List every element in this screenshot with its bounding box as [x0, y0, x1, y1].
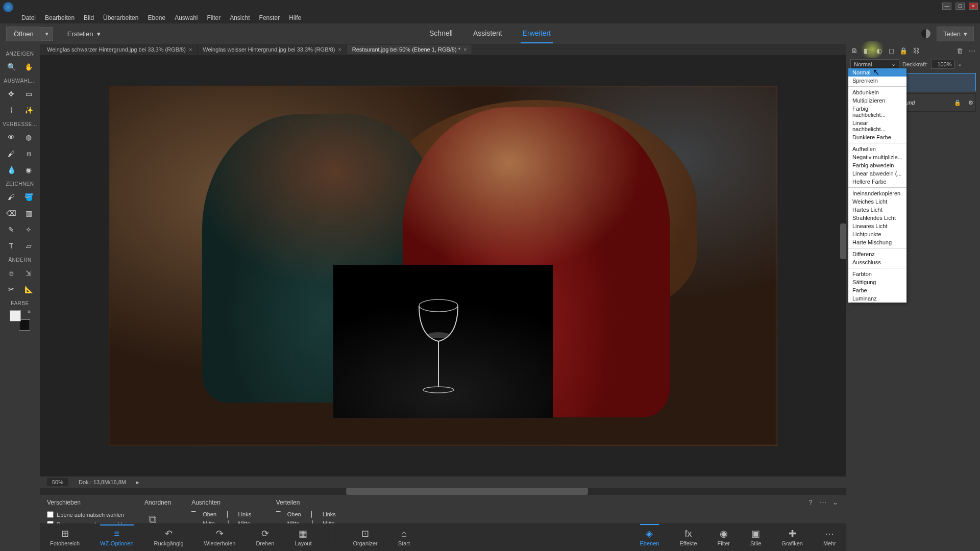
type-tool-icon[interactable]: T	[5, 240, 17, 252]
blend-option[interactable]: Weiches Licht	[848, 197, 906, 206]
blend-option[interactable]: Aufhellen	[848, 145, 906, 153]
gradient-tool-icon[interactable]: ▥	[22, 207, 35, 219]
open-button[interactable]: Öffnen	[6, 27, 41, 41]
link-layers-icon[interactable]: ⛓	[912, 46, 920, 55]
menu-fenster[interactable]: Fenster	[255, 13, 284, 22]
eraser-tool-icon[interactable]: ⌫	[5, 207, 17, 219]
blend-option[interactable]: Lineares Licht	[848, 222, 906, 230]
auto-select-checkbox[interactable]: Ebene automatisch wählen	[47, 511, 124, 518]
straighten-tool-icon[interactable]: 📐	[22, 283, 35, 295]
redeye-tool-icon[interactable]: 👁	[5, 131, 17, 143]
swap-colors-icon[interactable]: ⤭	[27, 309, 31, 314]
blend-option[interactable]: Abdunkeln	[848, 88, 906, 96]
menu-ebene[interactable]: Ebene	[143, 13, 169, 22]
foreground-color-swatch[interactable]	[10, 310, 21, 321]
lasso-tool-icon[interactable]: ⌇	[5, 104, 17, 116]
blend-option[interactable]: Sprenkeln	[848, 77, 906, 85]
zoom-value[interactable]: 50%	[47, 478, 68, 486]
menu-bild[interactable]: Bild	[80, 13, 98, 22]
blend-option[interactable]: Farbig nachbelicht...	[848, 105, 906, 119]
layer-mask-icon[interactable]: ◻	[887, 46, 895, 55]
custom-shape-tool-icon[interactable]: ▱	[22, 240, 35, 252]
opacity-chevron-icon[interactable]: ⌄	[958, 61, 962, 67]
color-swatches[interactable]: ⤭	[10, 310, 30, 331]
blend-option[interactable]: Linear nachbelicht...	[848, 119, 906, 133]
mode-assist[interactable]: Assistent	[471, 24, 504, 43]
move-tool-icon[interactable]: ✥	[5, 88, 17, 100]
blend-option[interactable]: Luminanz	[848, 294, 906, 303]
blend-option[interactable]: Ausschluss	[848, 258, 906, 266]
lock-layer-icon[interactable]: 🔒	[899, 46, 908, 55]
spot-heal-tool-icon[interactable]: ◍	[22, 131, 35, 143]
paint-bucket-tool-icon[interactable]: 🪣	[22, 191, 35, 203]
blend-option[interactable]: Strahlendes Licht	[848, 214, 906, 222]
blend-mode-dropdown[interactable]: NormalSprenkelnAbdunkelnMultiplizierenFa…	[848, 68, 906, 303]
blend-option[interactable]: Normal	[848, 68, 906, 77]
bb-drehen[interactable]: ⟳Drehen	[256, 528, 274, 546]
shape-tool-icon[interactable]: ✧	[22, 223, 35, 236]
opacity-value[interactable]: 100%	[931, 60, 954, 69]
dist-left-button[interactable]: ▏Links	[311, 511, 340, 517]
align-left-button[interactable]: ▏Links	[227, 511, 256, 517]
canvas-horizontal-scrollbar[interactable]	[40, 488, 846, 495]
options-collapse-icon[interactable]: ⌄	[831, 498, 839, 506]
adjustment-layer-icon[interactable]: ◐	[875, 46, 883, 55]
sponge-tool-icon[interactable]: ◉	[22, 164, 35, 176]
theme-toggle-icon[interactable]	[921, 29, 930, 38]
tab-close-icon[interactable]: ×	[189, 46, 192, 53]
bb-mehr[interactable]: ⋯Mehr	[823, 528, 836, 546]
bb-start[interactable]: ⌂Start	[398, 529, 410, 546]
bb-filter[interactable]: ◉Filter	[718, 528, 730, 546]
bb-ebenen[interactable]: ◈Ebenen	[640, 524, 659, 546]
create-button[interactable]: Erstellen ▾	[62, 27, 106, 41]
brush-tool-icon[interactable]: 🖌	[5, 191, 17, 203]
align-top-button[interactable]: ▔Oben	[191, 511, 217, 517]
crop-tool-icon[interactable]: ⧈	[5, 267, 17, 279]
blend-option[interactable]: Lichtpunkte	[848, 230, 906, 238]
share-button[interactable]: Teilen ▾	[937, 27, 974, 41]
marquee-tool-icon[interactable]: ▭	[22, 88, 35, 100]
blend-option[interactable]: Farbig abwedeln	[848, 161, 906, 169]
help-icon[interactable]: ?	[806, 498, 815, 506]
menu-überarbeiten[interactable]: Überarbeiten	[99, 13, 142, 22]
bb-layout[interactable]: ▦Layout	[295, 528, 311, 546]
dist-top-button[interactable]: ▔Oben	[276, 511, 302, 517]
blend-mode-select[interactable]: Normal ⌄	[850, 59, 899, 69]
blend-option[interactable]: Differenz	[848, 250, 906, 258]
menu-auswahl[interactable]: Auswahl	[170, 13, 202, 22]
blend-option[interactable]: Negativ multiplizie...	[848, 153, 906, 161]
smart-brush-tool-icon[interactable]: 🖌	[5, 147, 17, 160]
open-dropdown-arrow[interactable]: ▾	[41, 27, 53, 41]
blend-option[interactable]: Farbton	[848, 270, 906, 278]
mode-advanced[interactable]: Erweitert	[521, 24, 553, 43]
blend-option[interactable]: Ineinanderkopieren	[848, 189, 906, 197]
bb-fotobereich[interactable]: ⊞Fotobereich	[50, 528, 80, 546]
panel-menu-icon[interactable]: ⋯	[968, 46, 976, 55]
blend-option[interactable]: Multiplizieren	[848, 96, 906, 105]
new-group-icon[interactable]: ◧	[863, 46, 871, 55]
bb-rückgängig[interactable]: ↶Rückgängig	[154, 528, 184, 546]
menu-datei[interactable]: Datei	[17, 13, 40, 22]
blend-option[interactable]: Dunklere Farbe	[848, 133, 906, 141]
blend-option[interactable]: Hellere Farbe	[848, 178, 906, 186]
bb-effekte[interactable]: fxEffekte	[679, 529, 697, 546]
status-chevron-icon[interactable]: ▸	[136, 479, 139, 486]
magic-wand-tool-icon[interactable]: ✨	[22, 104, 35, 116]
blend-option[interactable]: Farbe	[848, 286, 906, 294]
clone-stamp-tool-icon[interactable]: ⧈	[22, 147, 35, 160]
tab-close-icon[interactable]: ×	[463, 46, 467, 53]
menu-bearbeiten[interactable]: Bearbeiten	[41, 13, 79, 22]
close-button[interactable]: ✕	[969, 3, 978, 10]
mode-quick[interactable]: Schnell	[427, 24, 455, 43]
menu-filter[interactable]: Filter	[203, 13, 225, 22]
document-tab[interactable]: Weinglas schwarzer Hintergrund.jpg bei 3…	[42, 45, 198, 54]
bb-wiederholen[interactable]: ↷Wiederholen	[204, 528, 236, 546]
hand-tool-icon[interactable]: ✋	[22, 61, 35, 73]
menu-ansicht[interactable]: Ansicht	[226, 13, 254, 22]
content-aware-tool-icon[interactable]: ✂	[5, 283, 17, 295]
bb-stile[interactable]: ▣Stile	[750, 528, 761, 546]
bb-wz-optionen[interactable]: ≡WZ-Optionen	[100, 524, 133, 546]
zoom-tool-icon[interactable]: 🔍	[5, 61, 17, 73]
layer-fx-icon[interactable]: ⚙	[968, 99, 973, 106]
recompose-tool-icon[interactable]: ⇲	[22, 267, 35, 279]
